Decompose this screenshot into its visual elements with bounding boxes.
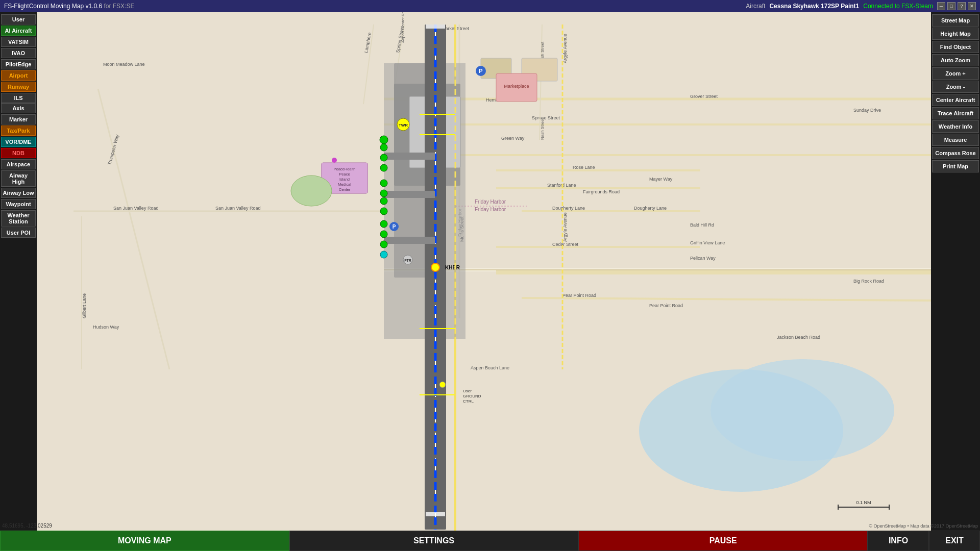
svg-text:Fairgrounds Road: Fairgrounds Road — [583, 189, 620, 194]
svg-point-97 — [380, 208, 387, 215]
svg-point-69 — [332, 158, 337, 163]
svg-text:Center: Center — [339, 187, 351, 192]
svg-text:Medical: Medical — [338, 182, 351, 187]
right-btn-trace-aircraft[interactable]: Trace Aircraft — [932, 107, 979, 119]
right-btn-center-aircraft[interactable]: Center Aircraft — [932, 94, 979, 106]
sidebar-pair-ils-axis: ILS Axis — [1, 93, 36, 113]
svg-text:P: P — [479, 68, 482, 74]
copyright-text: © OpenStreetMap • Map data ©2017 OpenStr… — [869, 523, 978, 529]
sidebar-item-airway-high[interactable]: Airway High — [1, 170, 36, 187]
sidebar-item-weather-station[interactable]: Weather Station — [1, 210, 36, 227]
title-bar: FS-FlightControl Moving Map v1.0.6 for F… — [0, 0, 980, 12]
svg-text:San Juan Valley Road: San Juan Valley Road — [215, 206, 260, 211]
close-button[interactable]: ✕ — [968, 2, 976, 10]
svg-rect-85 — [384, 153, 435, 160]
sidebar-item-ai-aircraft[interactable]: AI Aircraft — [1, 26, 36, 36]
map-svg: Market Street Grover Street Sunday Drive… — [37, 12, 931, 531]
sidebar-item-ivao[interactable]: IVAO — [1, 48, 36, 58]
sidebar-item-tax-park[interactable]: Tax/Park — [1, 126, 36, 136]
sidebar-item-vatsim[interactable]: VATSIM — [1, 37, 36, 47]
map-area[interactable]: Market Street Grover Street Sunday Drive… — [37, 12, 931, 531]
svg-text:Big Rock Road: Big Rock Road — [853, 279, 884, 284]
right-btn-street-map[interactable]: Street Map — [932, 14, 979, 27]
svg-point-92 — [380, 154, 387, 161]
coord-text: 48.51695, -123.02529 — [2, 523, 52, 529]
right-btn-auto-zoom[interactable]: Auto Zoom — [932, 54, 979, 66]
svg-rect-87 — [384, 237, 435, 244]
sidebar-item-waypoint[interactable]: Waypoint — [1, 199, 36, 209]
window-controls[interactable]: ─ □ ? ✕ — [937, 2, 976, 10]
svg-point-99 — [380, 231, 387, 238]
svg-text:Jackson Beach Road: Jackson Beach Road — [777, 335, 820, 340]
svg-text:P: P — [393, 224, 396, 230]
settings-button[interactable]: SETTINGS — [289, 531, 579, 551]
sidebar-item-axis[interactable]: Axis — [1, 103, 36, 113]
for-label: for FSX:SE — [104, 3, 134, 10]
pause-button[interactable]: PAUSE — [578, 531, 868, 551]
svg-text:TWR: TWR — [399, 123, 408, 128]
svg-text:Spruce Street: Spruce Street — [532, 115, 560, 120]
aircraft-name: Cessna Skyhawk 172SP Paint1 — [769, 3, 859, 10]
right-btn-zoom-in[interactable]: Zoom + — [932, 67, 979, 80]
aircraft-label: Aircraft — [746, 3, 765, 10]
right-btn-find-object[interactable]: Find Object — [932, 41, 979, 53]
svg-text:Island: Island — [339, 177, 350, 182]
svg-text:Argyle Avenue: Argyle Avenue — [562, 212, 568, 242]
left-sidebar: User AI Aircraft VATSIM IVAO PilotEdge A… — [0, 12, 37, 531]
minimize-button[interactable]: ─ — [937, 2, 945, 10]
svg-text:Dougherty Lane: Dougherty Lane — [634, 206, 667, 211]
sidebar-item-user-poi[interactable]: User POI — [1, 228, 36, 238]
svg-point-83 — [431, 263, 439, 271]
svg-point-109 — [439, 382, 446, 388]
exit-button[interactable]: EXIT — [929, 531, 980, 551]
sidebar-item-marker[interactable]: Marker — [1, 114, 36, 124]
app-title: FS-FlightControl Moving Map v1.0.6 — [4, 3, 102, 10]
help-button[interactable]: ? — [958, 2, 966, 10]
right-sidebar: Street Map Height Map Find Object Auto Z… — [931, 12, 980, 531]
svg-text:Moon Meadow Lane: Moon Meadow Lane — [103, 62, 145, 67]
svg-text:Friday Harbor: Friday Harbor — [475, 199, 506, 205]
svg-point-101 — [380, 251, 387, 258]
right-btn-print-map[interactable]: Print Map — [932, 160, 979, 172]
svg-point-93 — [380, 164, 387, 171]
sidebar-item-airspace[interactable]: Airspace — [1, 159, 36, 169]
title-right: Aircraft Cessna Skyhawk 172SP Paint1 Con… — [746, 2, 976, 10]
info-button[interactable]: INFO — [868, 531, 929, 551]
svg-text:Mayer Way: Mayer Way — [649, 177, 673, 182]
svg-point-94 — [380, 180, 387, 187]
right-btn-measure[interactable]: Measure — [932, 134, 979, 146]
right-btn-weather-info[interactable]: Weather Info — [932, 120, 979, 133]
sidebar-item-airport[interactable]: Airport — [1, 70, 36, 81]
sidebar-item-pilotedge[interactable]: PilotEdge — [1, 59, 36, 69]
svg-point-90 — [380, 136, 388, 144]
svg-text:0.1 NM: 0.1 NM — [856, 500, 871, 505]
right-btn-zoom-out[interactable]: Zoom - — [932, 81, 979, 93]
sidebar-item-ils[interactable]: ILS — [1, 93, 36, 103]
svg-text:Friday Harbor: Friday Harbor — [475, 207, 506, 212]
svg-text:User: User — [463, 389, 472, 393]
maximize-button[interactable]: □ — [947, 2, 955, 10]
moving-map-button[interactable]: MOVING MAP — [0, 531, 289, 551]
svg-point-75 — [291, 176, 332, 206]
svg-text:PeaceHealth: PeaceHealth — [334, 167, 356, 171]
svg-text:Rose Lane: Rose Lane — [573, 165, 595, 170]
right-btn-compass-rose[interactable]: Compass Rose — [932, 147, 979, 159]
svg-rect-110 — [426, 24, 445, 29]
svg-text:KHBR: KHBR — [445, 265, 460, 270]
svg-text:Stanford Lane: Stanford Lane — [547, 183, 576, 188]
sidebar-item-airway-low[interactable]: Airway Low — [1, 188, 36, 198]
svg-point-100 — [380, 241, 387, 248]
svg-text:Pear Point Road: Pear Point Road — [562, 293, 596, 298]
right-btn-height-map[interactable]: Height Map — [932, 28, 979, 40]
svg-text:Argyle Avenue: Argyle Avenue — [562, 34, 568, 63]
svg-text:Cedar Street: Cedar Street — [552, 242, 579, 247]
sidebar-item-vor-dme[interactable]: VOR/DME — [1, 137, 36, 147]
sidebar-item-user[interactable]: User — [1, 14, 36, 24]
svg-text:Bald Hill Rd: Bald Hill Rd — [690, 222, 714, 228]
sidebar-item-ndb[interactable]: NDB — [1, 148, 36, 158]
svg-text:Sunday Drive: Sunday Drive — [853, 108, 881, 113]
svg-text:Airport Center Road: Airport Center Road — [401, 12, 405, 43]
svg-text:Griffin View Lane: Griffin View Lane — [690, 240, 725, 245]
svg-text:CTRL: CTRL — [463, 399, 474, 404]
sidebar-item-runway[interactable]: Runway — [1, 82, 36, 92]
